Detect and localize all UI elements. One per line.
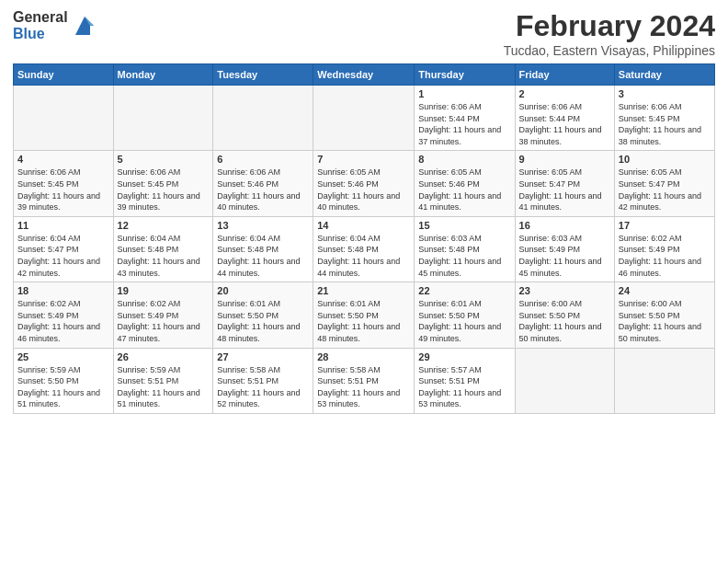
week-row-4: 25Sunrise: 5:59 AM Sunset: 5:50 PM Dayli… bbox=[14, 348, 715, 413]
day-info: Sunrise: 6:06 AM Sunset: 5:46 PM Dayligh… bbox=[217, 167, 309, 213]
day-number: 20 bbox=[217, 285, 309, 296]
day-cell: 5Sunrise: 6:06 AM Sunset: 5:45 PM Daylig… bbox=[113, 151, 213, 216]
calendar-body: 1Sunrise: 6:06 AM Sunset: 5:44 PM Daylig… bbox=[14, 86, 715, 414]
day-cell: 2Sunrise: 6:06 AM Sunset: 5:44 PM Daylig… bbox=[515, 86, 614, 151]
day-cell bbox=[14, 86, 114, 151]
day-info: Sunrise: 5:59 AM Sunset: 5:50 PM Dayligh… bbox=[17, 364, 109, 410]
logo: General Blue bbox=[13, 9, 97, 41]
day-cell: 13Sunrise: 6:04 AM Sunset: 5:48 PM Dayli… bbox=[213, 216, 313, 282]
day-info: Sunrise: 6:04 AM Sunset: 5:47 PM Dayligh… bbox=[17, 233, 109, 279]
weekday-monday: Monday bbox=[113, 64, 213, 86]
day-number: 7 bbox=[317, 154, 410, 165]
day-info: Sunrise: 6:01 AM Sunset: 5:50 PM Dayligh… bbox=[217, 298, 309, 344]
day-cell: 1Sunrise: 6:06 AM Sunset: 5:44 PM Daylig… bbox=[415, 86, 515, 151]
calendar-header: SundayMondayTuesdayWednesdayThursdayFrid… bbox=[14, 64, 715, 86]
day-cell: 4Sunrise: 6:06 AM Sunset: 5:45 PM Daylig… bbox=[14, 151, 114, 216]
day-info: Sunrise: 6:00 AM Sunset: 5:50 PM Dayligh… bbox=[619, 298, 711, 344]
day-info: Sunrise: 6:05 AM Sunset: 5:47 PM Dayligh… bbox=[519, 167, 610, 213]
day-number: 16 bbox=[519, 220, 610, 231]
day-info: Sunrise: 6:06 AM Sunset: 5:45 PM Dayligh… bbox=[17, 167, 109, 213]
day-info: Sunrise: 6:05 AM Sunset: 5:46 PM Dayligh… bbox=[317, 167, 410, 213]
day-number: 23 bbox=[519, 285, 610, 296]
day-cell bbox=[313, 86, 415, 151]
day-info: Sunrise: 6:06 AM Sunset: 5:44 PM Dayligh… bbox=[418, 101, 510, 147]
day-number: 17 bbox=[619, 220, 711, 231]
header: General Blue February 2024 Tucdao, Easte… bbox=[13, 9, 715, 58]
day-number: 15 bbox=[418, 220, 510, 231]
day-cell: 24Sunrise: 6:00 AM Sunset: 5:50 PM Dayli… bbox=[614, 282, 714, 348]
day-number: 6 bbox=[217, 154, 309, 165]
day-cell: 25Sunrise: 5:59 AM Sunset: 5:50 PM Dayli… bbox=[14, 348, 114, 413]
weekday-friday: Friday bbox=[515, 64, 614, 86]
day-cell: 27Sunrise: 5:58 AM Sunset: 5:51 PM Dayli… bbox=[213, 348, 313, 413]
day-info: Sunrise: 6:05 AM Sunset: 5:47 PM Dayligh… bbox=[619, 167, 711, 213]
day-cell: 8Sunrise: 6:05 AM Sunset: 5:46 PM Daylig… bbox=[415, 151, 515, 216]
day-number: 27 bbox=[217, 351, 309, 362]
weekday-wednesday: Wednesday bbox=[313, 64, 415, 86]
day-info: Sunrise: 6:02 AM Sunset: 5:49 PM Dayligh… bbox=[619, 233, 711, 279]
day-info: Sunrise: 6:04 AM Sunset: 5:48 PM Dayligh… bbox=[217, 233, 309, 279]
day-cell: 21Sunrise: 6:01 AM Sunset: 5:50 PM Dayli… bbox=[313, 282, 415, 348]
day-info: Sunrise: 6:01 AM Sunset: 5:50 PM Dayligh… bbox=[418, 298, 510, 344]
day-number: 21 bbox=[317, 285, 410, 296]
day-number: 22 bbox=[418, 285, 510, 296]
day-number: 14 bbox=[317, 220, 410, 231]
day-cell: 10Sunrise: 6:05 AM Sunset: 5:47 PM Dayli… bbox=[614, 151, 714, 216]
day-cell: 15Sunrise: 6:03 AM Sunset: 5:48 PM Dayli… bbox=[415, 216, 515, 282]
day-info: Sunrise: 6:03 AM Sunset: 5:48 PM Dayligh… bbox=[418, 233, 510, 279]
day-info: Sunrise: 5:59 AM Sunset: 5:51 PM Dayligh… bbox=[118, 364, 210, 410]
day-number: 5 bbox=[118, 154, 210, 165]
day-info: Sunrise: 5:57 AM Sunset: 5:51 PM Dayligh… bbox=[418, 364, 510, 410]
day-cell: 11Sunrise: 6:04 AM Sunset: 5:47 PM Dayli… bbox=[14, 216, 114, 282]
day-cell bbox=[515, 348, 614, 413]
logo-blue: Blue bbox=[13, 26, 68, 42]
day-info: Sunrise: 6:06 AM Sunset: 5:45 PM Dayligh… bbox=[118, 167, 210, 213]
day-cell: 23Sunrise: 6:00 AM Sunset: 5:50 PM Dayli… bbox=[515, 282, 614, 348]
day-number: 12 bbox=[118, 220, 210, 231]
day-cell: 7Sunrise: 6:05 AM Sunset: 5:46 PM Daylig… bbox=[313, 151, 415, 216]
week-row-2: 11Sunrise: 6:04 AM Sunset: 5:47 PM Dayli… bbox=[14, 216, 715, 282]
day-number: 19 bbox=[118, 285, 210, 296]
day-cell: 26Sunrise: 5:59 AM Sunset: 5:51 PM Dayli… bbox=[113, 348, 213, 413]
day-info: Sunrise: 6:04 AM Sunset: 5:48 PM Dayligh… bbox=[317, 233, 410, 279]
day-cell: 14Sunrise: 6:04 AM Sunset: 5:48 PM Dayli… bbox=[313, 216, 415, 282]
weekday-tuesday: Tuesday bbox=[213, 64, 313, 86]
day-number: 10 bbox=[619, 154, 711, 165]
day-number: 24 bbox=[619, 285, 711, 296]
day-info: Sunrise: 6:06 AM Sunset: 5:44 PM Dayligh… bbox=[519, 101, 610, 147]
day-cell: 17Sunrise: 6:02 AM Sunset: 5:49 PM Dayli… bbox=[614, 216, 714, 282]
day-cell: 22Sunrise: 6:01 AM Sunset: 5:50 PM Dayli… bbox=[415, 282, 515, 348]
day-number: 25 bbox=[17, 351, 109, 362]
day-info: Sunrise: 6:04 AM Sunset: 5:48 PM Dayligh… bbox=[118, 233, 210, 279]
logo-icon bbox=[72, 13, 97, 39]
page: General Blue February 2024 Tucdao, Easte… bbox=[0, 0, 728, 563]
day-cell bbox=[213, 86, 313, 151]
day-info: Sunrise: 6:02 AM Sunset: 5:49 PM Dayligh… bbox=[17, 298, 109, 344]
day-number: 2 bbox=[519, 88, 610, 99]
day-info: Sunrise: 6:06 AM Sunset: 5:45 PM Dayligh… bbox=[619, 101, 711, 147]
day-number: 26 bbox=[118, 351, 210, 362]
day-number: 1 bbox=[418, 88, 510, 99]
subtitle: Tucdao, Eastern Visayas, Philippines bbox=[504, 43, 715, 58]
day-number: 3 bbox=[619, 88, 711, 99]
day-cell: 6Sunrise: 6:06 AM Sunset: 5:46 PM Daylig… bbox=[213, 151, 313, 216]
day-number: 9 bbox=[519, 154, 610, 165]
weekday-sunday: Sunday bbox=[14, 64, 114, 86]
week-row-0: 1Sunrise: 6:06 AM Sunset: 5:44 PM Daylig… bbox=[14, 86, 715, 151]
day-info: Sunrise: 6:00 AM Sunset: 5:50 PM Dayligh… bbox=[519, 298, 610, 344]
main-title: February 2024 bbox=[504, 9, 715, 43]
day-number: 4 bbox=[17, 154, 109, 165]
day-number: 13 bbox=[217, 220, 309, 231]
logo-text: General Blue bbox=[13, 9, 68, 41]
day-info: Sunrise: 5:58 AM Sunset: 5:51 PM Dayligh… bbox=[217, 364, 309, 410]
logo-general: General bbox=[13, 9, 68, 26]
day-cell: 29Sunrise: 5:57 AM Sunset: 5:51 PM Dayli… bbox=[415, 348, 515, 413]
day-number: 28 bbox=[317, 351, 410, 362]
title-block: February 2024 Tucdao, Eastern Visayas, P… bbox=[504, 9, 715, 58]
day-info: Sunrise: 5:58 AM Sunset: 5:51 PM Dayligh… bbox=[317, 364, 410, 410]
day-number: 8 bbox=[418, 154, 510, 165]
day-number: 29 bbox=[418, 351, 510, 362]
weekday-saturday: Saturday bbox=[614, 64, 714, 86]
day-cell: 19Sunrise: 6:02 AM Sunset: 5:49 PM Dayli… bbox=[113, 282, 213, 348]
day-cell: 28Sunrise: 5:58 AM Sunset: 5:51 PM Dayli… bbox=[313, 348, 415, 413]
